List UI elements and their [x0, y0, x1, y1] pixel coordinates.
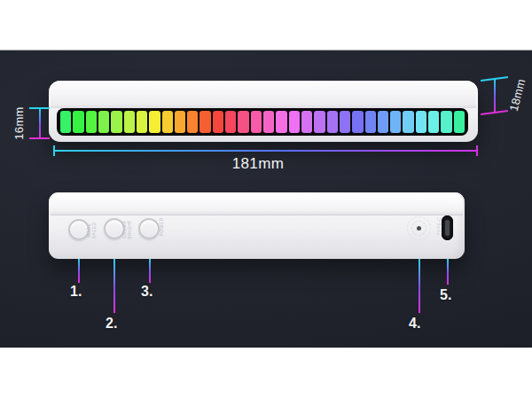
- led-segment: [124, 111, 135, 133]
- led-segment: [111, 111, 121, 133]
- power-button-label: POWER: [159, 214, 164, 240]
- dim-16mm-label: 16mm: [12, 103, 25, 144]
- led-segment: [441, 111, 451, 133]
- usb-c-port-label: TYPE-C: [436, 213, 442, 239]
- led-segment: [98, 111, 109, 133]
- led-segment: [403, 111, 413, 133]
- led-segment: [137, 111, 147, 133]
- led-segment: [416, 111, 426, 133]
- led-segment: [352, 111, 363, 133]
- led-segment: [60, 111, 71, 133]
- white-margin-bottom: [0, 348, 532, 399]
- callout-line-5: [447, 259, 449, 285]
- dim-181mm-label: 181mm: [214, 155, 302, 173]
- callout-label-4: 4.: [409, 316, 420, 332]
- callout-line-3: [149, 259, 151, 283]
- led-segment: [73, 111, 83, 133]
- bar-top-face: [51, 82, 476, 108]
- dim-16mm-line: [39, 108, 41, 138]
- callout-label-3: 3.: [141, 284, 153, 300]
- led-segment: [454, 111, 465, 133]
- led-strip: [57, 108, 468, 136]
- led-segment: [276, 111, 286, 133]
- white-margin-top: [0, 0, 532, 51]
- led-segment: [314, 111, 325, 133]
- usb-c-port: [442, 215, 453, 240]
- callout-line-2: [113, 259, 115, 313]
- led-segment: [175, 111, 185, 133]
- back-bar-top-face: [51, 194, 463, 215]
- led-segment: [149, 111, 160, 133]
- dim-16mm-cap-top: [29, 107, 50, 109]
- led-segment: [428, 111, 439, 133]
- led-segment: [340, 111, 350, 133]
- led-segment: [86, 111, 97, 133]
- led-segment: [365, 111, 376, 133]
- led-segment: [187, 111, 198, 133]
- callout-label-5: 5.: [440, 287, 451, 303]
- callout-label-2: 2.: [106, 316, 117, 332]
- callout-label-1: 1.: [70, 284, 82, 300]
- led-segment: [225, 111, 236, 133]
- led-segment: [263, 111, 274, 133]
- callout-line-1: [78, 259, 80, 283]
- led-segment: [162, 111, 173, 133]
- led-segment: [213, 111, 223, 133]
- led-segment: [327, 111, 338, 133]
- dim-16mm-cap-bottom: [29, 137, 50, 139]
- led-segment: [378, 111, 388, 133]
- led-segment: [238, 111, 248, 133]
- mode-speed-button-label: MODE SPEED: [86, 217, 97, 244]
- dim-181mm-tick-left: [53, 145, 55, 156]
- microphone-hole: [417, 226, 421, 231]
- led-segment: [301, 111, 312, 133]
- callout-line-4: [419, 259, 420, 313]
- usb-c-slot: [445, 220, 450, 236]
- color-bright-button-label: COLOR BRIGHT: [121, 216, 132, 243]
- power-button: [138, 218, 160, 239]
- led-segment: [390, 111, 401, 133]
- dim-181mm-line: [53, 150, 478, 152]
- led-segment: [289, 111, 300, 133]
- led-segment: [200, 111, 210, 133]
- dim-18mm-line: [494, 79, 496, 113]
- light-bar-front-view: [49, 81, 478, 142]
- led-segment: [251, 111, 262, 133]
- product-dimension-diagram: 16mm 18mm 181mm MODE SPEED COLOR BRIGHT …: [0, 0, 532, 399]
- dim-181mm-tick-right: [476, 145, 478, 156]
